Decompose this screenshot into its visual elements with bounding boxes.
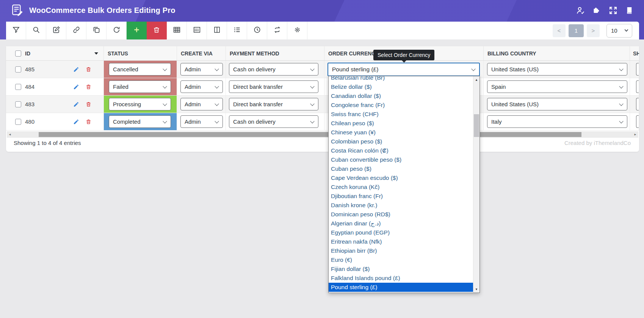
billing-country-select[interactable]: Italy xyxy=(487,115,627,128)
currency-option[interactable]: Belarusian ruble (Br) xyxy=(329,76,473,82)
fullscreen-icon[interactable] xyxy=(608,5,618,15)
sort-desc-icon[interactable] xyxy=(94,52,98,55)
scroll-up-icon[interactable]: ▲ xyxy=(473,77,479,83)
currency-option[interactable]: Chilean peso ($) xyxy=(329,119,473,128)
next-page-button[interactable]: > xyxy=(587,24,600,37)
edit-row-icon[interactable] xyxy=(73,66,79,72)
page-size-value: 10 xyxy=(611,27,617,34)
edit-row-icon[interactable] xyxy=(73,84,79,90)
delete-row-icon[interactable] xyxy=(86,66,91,72)
currency-option[interactable]: Ethiopian birr (Br) xyxy=(329,246,473,255)
currency-option[interactable]: Czech koruna (Kč) xyxy=(329,183,473,192)
duplicate-button[interactable] xyxy=(86,22,107,39)
delete-row-icon[interactable] xyxy=(86,101,91,107)
edit-row-icon[interactable] xyxy=(73,119,79,125)
currency-option[interactable]: Colombian peso ($) xyxy=(329,137,473,146)
filter-button[interactable] xyxy=(6,22,26,39)
currency-option[interactable]: Danish krone (kr.) xyxy=(329,201,473,210)
payment-method-select[interactable]: Cash on delivery xyxy=(229,63,318,76)
currency-option[interactable]: Djiboutian franc (Fr) xyxy=(329,192,473,201)
billing-country-select[interactable]: United States (US) xyxy=(487,63,627,76)
add-order-button[interactable] xyxy=(127,22,147,39)
row-checkbox[interactable] xyxy=(15,119,21,125)
currency-option[interactable]: Fijian dollar ($) xyxy=(329,264,473,274)
currency-option[interactable]: Congolese franc (Fr) xyxy=(329,101,473,110)
sync-button[interactable] xyxy=(267,22,287,39)
order-id: 483 xyxy=(25,101,34,107)
payment-method-select[interactable]: Direct bank transfer xyxy=(229,98,318,110)
payment-method-select[interactable]: Direct bank transfer xyxy=(229,80,318,93)
page-size-select[interactable]: 10 xyxy=(606,24,632,38)
status-select[interactable]: Completed xyxy=(109,115,171,128)
currency-option[interactable]: Euro (€) xyxy=(329,255,473,264)
create-via-value: Admin xyxy=(185,83,201,90)
currency-option[interactable]: Chinese yuan (¥) xyxy=(329,128,473,137)
currency-option[interactable]: Dominican peso (RD$) xyxy=(329,210,473,219)
current-page-button[interactable]: 1 xyxy=(569,24,584,37)
refresh-button[interactable] xyxy=(107,22,127,39)
row-checkbox[interactable] xyxy=(15,101,21,107)
row-checkbox[interactable] xyxy=(15,66,21,72)
history-button[interactable] xyxy=(247,22,267,39)
currency-option[interactable]: Eritrean nakfa (Nfk) xyxy=(329,237,473,246)
header-id-label: ID xyxy=(25,50,30,57)
cell-id: 480 xyxy=(6,113,104,130)
row-checkbox[interactable] xyxy=(15,84,21,90)
cell-id: 484 xyxy=(6,78,104,95)
documentation-book-icon[interactable] xyxy=(624,5,634,15)
create-via-select[interactable]: Admin xyxy=(180,98,223,110)
create-via-value: Admin xyxy=(185,118,201,125)
billing-country-select[interactable]: Spain xyxy=(487,80,627,93)
delete-orders-button[interactable] xyxy=(147,22,167,39)
split-view-button[interactable] xyxy=(207,22,227,39)
cell-payment-method: Direct bank transfer xyxy=(226,78,324,95)
status-select[interactable]: Cancelled xyxy=(109,63,171,76)
currency-option[interactable]: Egyptian pound (EGP) xyxy=(329,228,473,237)
create-via-select[interactable]: Admin xyxy=(180,115,223,128)
create-via-select[interactable]: Admin xyxy=(180,80,223,93)
currency-option[interactable]: Cuban convertible peso ($) xyxy=(329,155,473,164)
payment-method-select[interactable]: Cash on delivery xyxy=(229,115,318,128)
create-via-select[interactable]: Admin xyxy=(180,63,223,76)
scroll-right-icon[interactable]: ► xyxy=(632,131,638,138)
currency-option[interactable]: Falkland Islands pound (£) xyxy=(329,274,473,283)
dropdown-scrollbar-thumb[interactable] xyxy=(474,114,479,137)
currency-option[interactable]: Cuban peso ($) xyxy=(329,164,473,173)
search-button[interactable] xyxy=(26,22,46,39)
bind-edit-button[interactable] xyxy=(66,22,86,39)
orders-table: ID STATUS CREATE VIA PAYMENT METHOD ORDE… xyxy=(6,46,639,152)
status-select[interactable]: Processing xyxy=(109,98,171,110)
scroll-left-icon[interactable]: ◄ xyxy=(7,131,13,138)
addons-puzzle-icon[interactable] xyxy=(592,5,602,15)
horizontal-scrollbar[interactable]: ◄ ► xyxy=(7,131,638,138)
cell-id: 485 xyxy=(6,61,104,78)
filter-icon xyxy=(12,26,20,35)
cell-partial-next xyxy=(630,113,639,130)
currency-option[interactable]: Costa Rican colón (₡) xyxy=(329,146,473,155)
currency-option[interactable]: Swiss franc (CHF) xyxy=(329,110,473,119)
delete-row-icon[interactable] xyxy=(86,84,91,90)
status-select[interactable]: Failed xyxy=(109,80,171,93)
delete-row-icon[interactable] xyxy=(86,119,91,125)
select-all-checkbox[interactable] xyxy=(15,50,21,57)
currency-option[interactable]: Canadian dollar ($) xyxy=(329,91,473,101)
currency-option[interactable]: Cape Verdean escudo ($) xyxy=(329,173,473,183)
prev-page-button[interactable]: < xyxy=(553,24,566,37)
header-id[interactable]: ID xyxy=(6,46,104,60)
currency-option[interactable]: Algerian dinar (د.ج) xyxy=(329,219,473,228)
edit-icon xyxy=(52,26,60,35)
billing-country-select[interactable]: United States (US) xyxy=(487,98,627,110)
currency-option[interactable]: Belize dollar ($) xyxy=(329,82,473,91)
scroll-down-icon[interactable]: ▼ xyxy=(473,286,479,292)
edit-button[interactable] xyxy=(46,22,66,39)
edit-row-icon[interactable] xyxy=(73,101,79,107)
dropdown-scrollbar[interactable]: ▲ ▼ xyxy=(473,76,479,293)
column-manager-button[interactable] xyxy=(167,22,187,39)
settings-button[interactable] xyxy=(287,22,307,39)
currency-option-selected[interactable]: Pound sterling (£) xyxy=(329,283,473,292)
scrollbar-thumb[interactable] xyxy=(39,132,581,137)
column-profile-button[interactable] xyxy=(187,22,207,39)
user-check-icon[interactable] xyxy=(575,5,585,15)
field-manager-button[interactable] xyxy=(227,22,247,39)
cell-billing-country: United States (US) xyxy=(484,61,630,78)
